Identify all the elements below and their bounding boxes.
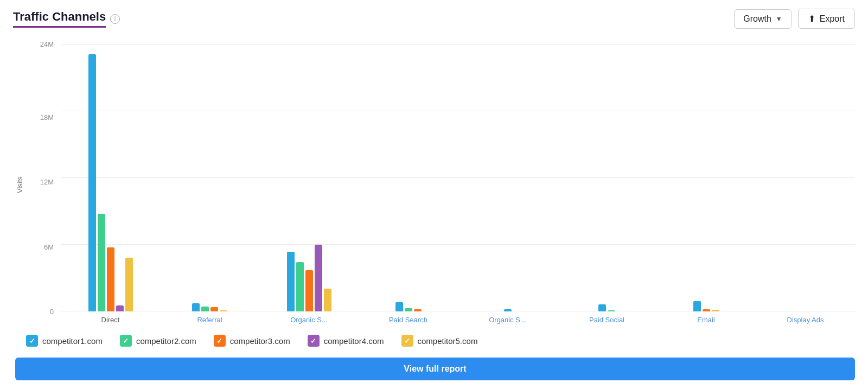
bar xyxy=(703,309,710,311)
x-label: Display Ads xyxy=(756,314,855,326)
bar xyxy=(88,54,96,311)
growth-label: Growth xyxy=(743,14,771,24)
legend-checkbox[interactable]: ✓ xyxy=(26,335,38,347)
legend-checkbox[interactable]: ✓ xyxy=(401,335,413,347)
channel-group xyxy=(359,44,458,311)
y-label-12m: 12M xyxy=(40,178,58,186)
info-icon[interactable]: i xyxy=(110,14,120,24)
channel-group xyxy=(557,44,656,311)
legend-item[interactable]: ✓competitor2.com xyxy=(120,335,196,347)
bar xyxy=(315,245,322,311)
bar xyxy=(107,247,114,311)
bar xyxy=(608,310,615,311)
bar xyxy=(324,289,331,311)
bar xyxy=(405,308,412,311)
bar xyxy=(598,304,606,311)
x-label: Paid Search xyxy=(359,314,458,326)
x-label: Direct xyxy=(61,314,160,326)
upload-icon: ⬆ xyxy=(808,14,815,24)
legend-item[interactable]: ✓competitor4.com xyxy=(308,335,384,347)
header-actions: Growth ▼ ⬆ Export xyxy=(734,9,855,29)
y-label-6m: 6M xyxy=(44,243,58,251)
y-label-0: 0 xyxy=(50,308,58,316)
channel-group xyxy=(61,44,160,311)
legend-label: competitor2.com xyxy=(136,336,196,346)
chevron-down-icon: ▼ xyxy=(776,15,782,23)
y-label-18m: 18M xyxy=(40,113,58,121)
legend-checkbox[interactable]: ✓ xyxy=(214,335,226,347)
page-title: Traffic Channels xyxy=(13,10,106,28)
bar xyxy=(414,309,422,311)
channel-group xyxy=(656,44,756,311)
bar xyxy=(693,301,701,311)
bar xyxy=(504,309,512,311)
legend-item[interactable]: ✓competitor5.com xyxy=(401,335,478,347)
channel-group xyxy=(458,44,557,311)
legend-label: competitor4.com xyxy=(324,336,384,346)
bar xyxy=(305,270,313,311)
bar xyxy=(395,302,403,311)
view-full-report-button[interactable]: View full report xyxy=(15,358,855,380)
bar xyxy=(712,310,719,311)
bar xyxy=(296,262,304,311)
bar xyxy=(210,307,218,311)
bottom-section: ✓competitor1.com✓competitor2.com✓competi… xyxy=(13,326,855,380)
x-label: Referral xyxy=(160,314,259,326)
x-label: Organic S... xyxy=(259,314,359,326)
x-axis: DirectReferralOrganic S...Paid SearchOrg… xyxy=(61,314,855,326)
channel-group xyxy=(259,44,359,311)
export-label: Export xyxy=(820,14,845,24)
y-axis-label: Visits xyxy=(13,44,26,326)
bar xyxy=(287,252,295,311)
chart-area: Visits 24M 18M 12M 6M 0 xyxy=(13,44,855,326)
chart-plot: 24M 18M 12M 6M 0 xyxy=(28,44,855,311)
export-button[interactable]: ⬆ Export xyxy=(798,9,855,29)
legend-item[interactable]: ✓competitor1.com xyxy=(26,335,103,347)
chart-inner: 24M 18M 12M 6M 0 DirectReferralOrganic S… xyxy=(28,44,855,326)
legend-checkbox[interactable]: ✓ xyxy=(308,335,320,347)
legend-label: competitor5.com xyxy=(418,336,478,346)
legend-label: competitor3.com xyxy=(230,336,290,346)
main-container: Traffic Channels i Growth ▼ ⬆ Export Vis… xyxy=(0,0,868,389)
y-labels: 24M 18M 12M 6M 0 xyxy=(28,44,58,311)
x-label: Email xyxy=(656,314,756,326)
bar xyxy=(192,303,200,311)
header: Traffic Channels i Growth ▼ ⬆ Export xyxy=(13,9,855,33)
legend-label: competitor1.com xyxy=(42,336,103,346)
bar xyxy=(201,307,209,311)
channel-group xyxy=(756,44,855,311)
bar xyxy=(98,214,105,311)
bar xyxy=(220,310,227,311)
bar xyxy=(116,305,124,311)
legend-checkbox[interactable]: ✓ xyxy=(120,335,132,347)
bars-area xyxy=(61,44,855,311)
legend: ✓competitor1.com✓competitor2.com✓competi… xyxy=(26,335,855,347)
title-area: Traffic Channels i xyxy=(13,10,120,28)
y-label-24m: 24M xyxy=(40,40,58,48)
channel-group xyxy=(160,44,259,311)
growth-dropdown[interactable]: Growth ▼ xyxy=(734,9,791,29)
bar xyxy=(125,258,133,311)
x-label: Organic S... xyxy=(458,314,557,326)
x-label: Paid Social xyxy=(557,314,656,326)
legend-item[interactable]: ✓competitor3.com xyxy=(214,335,290,347)
